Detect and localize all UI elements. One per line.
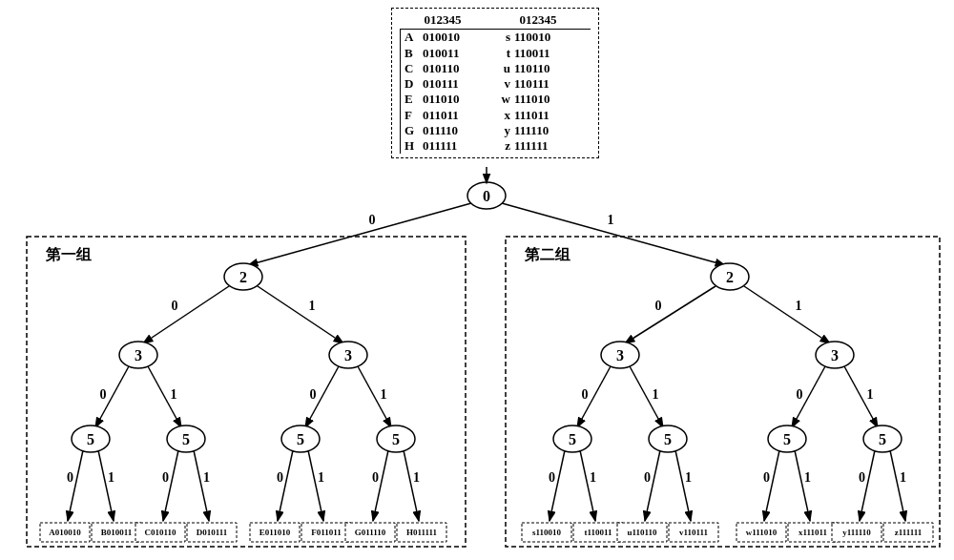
leaf-label: E011010 [259, 528, 291, 537]
edge-label: 0 [763, 470, 770, 485]
edge-label: 1 [413, 470, 420, 485]
leaf-label: t110011 [584, 528, 612, 537]
edge-label: 1 [590, 470, 596, 485]
edge [278, 450, 293, 521]
leaf-label: x111011 [798, 528, 828, 537]
edge-label: 0 [549, 470, 555, 485]
leaf-label: z111111 [895, 528, 923, 537]
edge-label: 1 [108, 470, 114, 485]
leaf-label: s110010 [532, 528, 562, 537]
edge-label: 0 [372, 470, 379, 485]
edge-label: 0 [644, 470, 651, 485]
edge [890, 450, 905, 521]
edge [258, 286, 343, 343]
leaf-label: v110111 [679, 528, 709, 537]
edge-label: 1 [867, 387, 874, 402]
edge [143, 286, 229, 343]
edge-label: 0 [797, 387, 803, 402]
node-label: 5 [182, 431, 190, 447]
edge [625, 286, 716, 343]
node-label: 5 [783, 431, 791, 447]
leaf-label: C010110 [144, 528, 176, 537]
edge [550, 450, 565, 521]
edge-label: 0 [582, 387, 589, 402]
edge-label: 0 [655, 299, 662, 313]
leaf-label: y111110 [842, 528, 871, 537]
edge-label: 0 [172, 299, 178, 313]
edge [580, 450, 595, 521]
edge [68, 450, 83, 521]
node-label: 5 [664, 431, 672, 447]
node-label: 5 [297, 431, 304, 447]
node-label: 2 [239, 269, 247, 285]
edge-label: 0 [100, 387, 107, 402]
leaf-label: H011111 [406, 528, 438, 537]
edge [744, 286, 830, 343]
tree-diagram: 第一组 第二组 0 0 1 2 2 0 1 0 1 3 3 3 3 010101… [0, 0, 954, 560]
edge [163, 450, 178, 521]
edge-label: 1 [900, 470, 906, 485]
group-1-label: 第一组 [45, 246, 92, 262]
leaf-label: F011011 [311, 528, 342, 537]
edge [764, 450, 779, 521]
edge [98, 450, 114, 521]
edge-label: 1 [203, 470, 210, 485]
node-label: 3 [344, 347, 352, 363]
edge [795, 450, 810, 521]
edge [645, 450, 660, 521]
node-label: 3 [831, 347, 839, 363]
edge-label: 0 [859, 470, 865, 485]
node-label: 5 [879, 431, 886, 447]
leaf-label: w111010 [746, 528, 778, 537]
leaf-label: A010010 [49, 528, 81, 537]
group-2-label: 第二组 [524, 246, 570, 262]
leaf-label: u110110 [627, 528, 657, 537]
edge-label: 0 [369, 213, 376, 227]
node-label: 5 [392, 431, 400, 447]
edge-label: 1 [309, 299, 316, 313]
leaf-label: B010011 [101, 528, 133, 537]
edge [373, 450, 388, 521]
edge-label: 1 [318, 470, 324, 485]
edge-label: 1 [608, 213, 614, 227]
node-label: 5 [87, 431, 94, 447]
node-label: 3 [135, 347, 142, 363]
node-label: 5 [569, 431, 576, 447]
edge-label: 1 [171, 387, 177, 402]
edge-label: 0 [67, 470, 73, 485]
edge [308, 450, 323, 521]
edge-label: 1 [804, 470, 811, 485]
edge [860, 450, 875, 521]
edge [675, 450, 691, 521]
edge-label: 0 [277, 470, 283, 485]
edge-label: 0 [162, 470, 169, 485]
edge-label: 1 [796, 299, 802, 313]
root-node-label: 0 [483, 188, 490, 204]
edge-label: 1 [685, 470, 692, 485]
leaf-label: D010111 [197, 528, 228, 537]
edge-label: 1 [381, 387, 387, 402]
edge [404, 450, 419, 521]
node-label: 2 [726, 269, 734, 285]
node-label: 3 [616, 347, 624, 363]
edge [194, 450, 209, 521]
edge-label: 1 [653, 387, 659, 402]
edge-label: 0 [310, 387, 317, 402]
leaf-label: G011110 [355, 528, 386, 537]
root-left-edge [248, 203, 471, 265]
